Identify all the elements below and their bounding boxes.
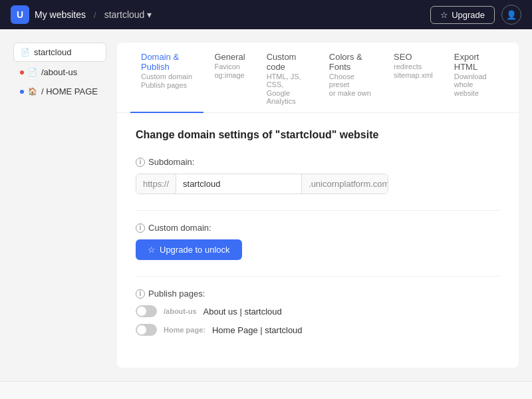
subdomain-section: i Subdomain: https:// .unicornplatform.c… (136, 157, 500, 194)
main-layout: 📄 startcloud 📄 /about-us 🏠 / HOME PAGE D… (0, 29, 532, 381)
publish-item-about-us: /about-us About us | startcloud (136, 305, 500, 317)
tab-domain-publish[interactable]: Domain & Publish Custom domain Publish p… (130, 43, 203, 113)
star-icon: ☆ (440, 10, 448, 20)
upgrade-to-unlock-button[interactable]: ☆ Upgrade to unlock (136, 239, 242, 260)
tab-export-html[interactable]: Export HTML Download whole website (444, 43, 505, 113)
subdomain-suffix: .unicornplatform.com (301, 174, 388, 194)
app-logo: U (11, 5, 29, 24)
publish-pages-section: i Publish pages: /about-us About us | st… (136, 289, 500, 336)
tab-general[interactable]: General Favicon og:image (203, 43, 255, 113)
tab-colors-fonts[interactable]: Colors & Fonts Choose preset or make own (319, 43, 383, 113)
content-panel: Domain & Publish Custom domain Publish p… (117, 43, 519, 368)
info-icon: i (136, 289, 145, 299)
user-icon: 👤 (506, 10, 517, 20)
footer: U Unicorn Platform is a modern landing p… (0, 381, 532, 399)
subdomain-input[interactable] (176, 174, 301, 194)
panel-body: Change domain settings of "startcloud" w… (117, 113, 519, 368)
custom-domain-label: i Custom domain: (136, 223, 500, 233)
topnav-right: ☆ Upgrade 👤 (430, 5, 521, 25)
tab-bar: Domain & Publish Custom domain Publish p… (117, 43, 519, 113)
divider-2 (136, 276, 500, 277)
site-name-breadcrumb[interactable]: startcloud ▾ (104, 9, 152, 20)
logo-text: U (17, 9, 23, 20)
publish-pages-label: i Publish pages: (136, 289, 500, 299)
my-websites-link[interactable]: My websites (35, 9, 86, 20)
breadcrumb-separator: / (94, 10, 96, 20)
sidebar-item-label: startcloud (34, 47, 71, 57)
blue-dot-icon (20, 90, 24, 94)
info-icon: i (136, 158, 145, 167)
file-icon: 📄 (28, 68, 37, 76)
file-icon: 📄 (21, 48, 30, 57)
upgrade-button[interactable]: ☆ Upgrade (430, 6, 495, 24)
divider (136, 210, 500, 211)
sidebar-item-label: / HOME PAGE (41, 86, 98, 96)
page-slug-home: Home page: (164, 326, 205, 334)
chevron-down-icon: ▾ (147, 9, 152, 20)
page-slug-about-us: /about-us (164, 307, 197, 315)
top-navigation: U My websites / startcloud ▾ ☆ Upgrade 👤 (0, 0, 532, 29)
info-icon: i (136, 223, 145, 233)
sidebar-item-label: /about-us (41, 67, 77, 77)
red-dot-icon (20, 70, 24, 74)
toggle-home-page[interactable] (136, 324, 157, 336)
home-icon: 🏠 (28, 87, 37, 96)
sidebar-item-about-us[interactable]: 📄 /about-us (13, 63, 106, 81)
sidebar: 📄 startcloud 📄 /about-us 🏠 / HOME PAGE (13, 43, 106, 368)
page-name-about-us: About us | startcloud (203, 307, 282, 317)
subdomain-prefix: https:// (136, 174, 176, 194)
topnav-left: U My websites / startcloud ▾ (11, 5, 152, 24)
page-name-home: Home Page | startcloud (212, 325, 303, 335)
toggle-about-us[interactable] (136, 305, 157, 317)
sidebar-item-startcloud[interactable]: 📄 startcloud (13, 43, 106, 62)
custom-domain-section: i Custom domain: ☆ Upgrade to unlock (136, 223, 500, 260)
tab-custom-code[interactable]: Custom code HTML, JS, CSS, Google Analyt… (256, 43, 319, 113)
tab-seo[interactable]: SEO redirects sitemap.xml (383, 43, 444, 113)
subdomain-input-row: https:// .unicornplatform.com (136, 174, 388, 194)
publish-item-home-page: Home page: Home Page | startcloud (136, 324, 500, 336)
subdomain-label: i Subdomain: (136, 157, 500, 167)
panel-title: Change domain settings of "startcloud" w… (136, 129, 500, 141)
star-icon: ☆ (148, 245, 156, 255)
user-avatar-button[interactable]: 👤 (501, 5, 521, 25)
sidebar-item-home-page[interactable]: 🏠 / HOME PAGE (13, 82, 106, 100)
